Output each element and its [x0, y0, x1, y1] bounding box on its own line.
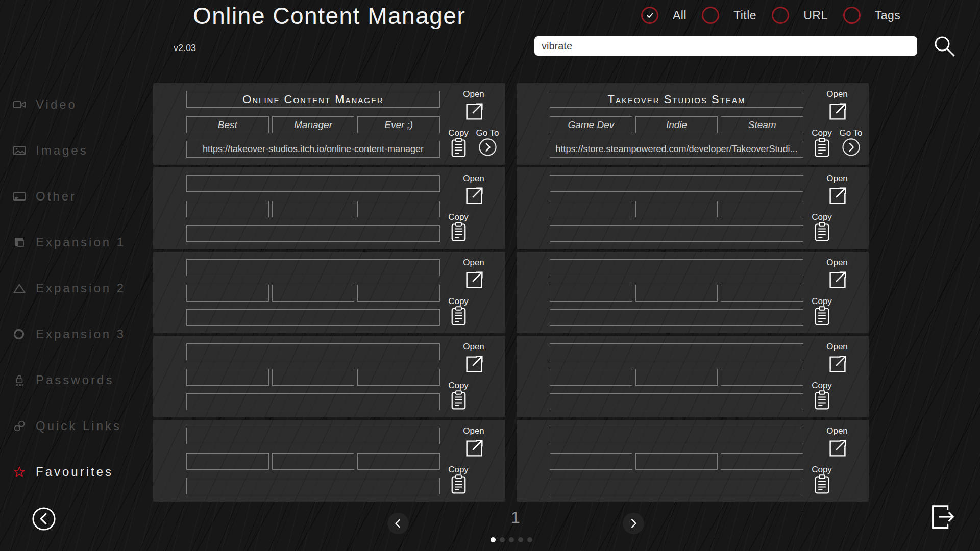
external-link-icon[interactable]	[462, 184, 486, 208]
page-dot[interactable]	[509, 537, 514, 542]
clipboard-icon[interactable]	[451, 474, 467, 495]
search-input[interactable]	[534, 36, 917, 56]
card-tag-field[interactable]	[272, 201, 355, 217]
radio-icon[interactable]	[641, 7, 658, 24]
filter-option-url[interactable]: URL	[772, 7, 828, 24]
card-tag-field[interactable]	[550, 285, 632, 302]
external-link-icon[interactable]	[462, 353, 486, 376]
search-icon[interactable]	[932, 34, 957, 58]
sidebar-item-passwords[interactable]: Passwords	[12, 371, 126, 389]
card-tag-field[interactable]	[721, 369, 803, 386]
card-tag-field[interactable]	[635, 285, 718, 302]
card-tag-field[interactable]	[357, 369, 440, 386]
radio-icon[interactable]	[843, 7, 861, 24]
filter-option-all[interactable]: All	[641, 7, 687, 24]
card-tag-field[interactable]	[550, 453, 632, 470]
card-title-field[interactable]	[550, 343, 803, 360]
card-tag-field[interactable]	[635, 453, 718, 470]
clipboard-icon[interactable]	[814, 390, 830, 411]
card-url-field[interactable]	[186, 225, 440, 242]
card-title-field[interactable]	[186, 259, 440, 276]
card-tag-field[interactable]: Game Dev	[550, 116, 632, 133]
back-button[interactable]	[32, 507, 56, 531]
clipboard-icon[interactable]	[814, 221, 830, 242]
card-title-field[interactable]: Online Content Manager	[186, 91, 440, 108]
card-url-field[interactable]	[550, 478, 803, 494]
card-url-field[interactable]	[186, 309, 440, 326]
chevron-circle-icon[interactable]	[478, 138, 497, 157]
sidebar-item-other[interactable]: Other	[12, 188, 126, 205]
external-link-icon[interactable]	[462, 268, 486, 292]
card-title-field[interactable]	[550, 175, 803, 192]
exit-icon[interactable]	[927, 502, 959, 532]
external-link-icon[interactable]	[826, 437, 849, 460]
card-title-field[interactable]: Takeover Studios Steam	[550, 91, 803, 108]
clipboard-icon[interactable]	[451, 306, 467, 327]
card-tag-field[interactable]: Steam	[721, 116, 803, 133]
card-tag-field[interactable]	[550, 201, 632, 217]
card-url-field[interactable]: https://takeover-studios.itch.io/online-…	[186, 141, 440, 158]
external-link-icon[interactable]	[462, 437, 486, 460]
clipboard-icon[interactable]	[814, 306, 830, 327]
sidebar-item-expansion-1[interactable]: Expansion 1	[12, 234, 126, 251]
card-url-field[interactable]	[550, 225, 803, 242]
clipboard-icon[interactable]	[451, 221, 467, 242]
card-title-field[interactable]	[550, 259, 803, 276]
card-tag-field[interactable]	[357, 453, 440, 470]
next-page-button[interactable]	[623, 513, 644, 534]
page-dot[interactable]	[500, 537, 505, 542]
card-tag-field[interactable]	[550, 369, 632, 386]
card-tag-field[interactable]: Ever ;)	[357, 116, 440, 133]
page-dot[interactable]	[491, 537, 496, 542]
sidebar-item-video[interactable]: Video	[12, 96, 126, 113]
card-tag-field[interactable]	[272, 453, 355, 470]
chevron-circle-icon[interactable]	[842, 138, 861, 157]
external-link-icon[interactable]	[826, 100, 849, 123]
sidebar-item-quick-links[interactable]: Quick Links	[12, 417, 126, 435]
external-link-icon[interactable]	[462, 100, 486, 123]
card-tag-field[interactable]: Manager	[272, 116, 355, 133]
card-tag-field[interactable]	[721, 201, 803, 217]
radio-icon[interactable]	[702, 7, 719, 24]
card-url-field[interactable]	[550, 393, 803, 410]
card-tag-field[interactable]	[357, 285, 440, 302]
card-tag-field[interactable]	[357, 201, 440, 217]
card-title-field[interactable]	[186, 428, 440, 444]
card-url-field[interactable]: https://store.steampowered.com/developer…	[550, 141, 803, 158]
sidebar-item-images[interactable]: Images	[12, 142, 126, 159]
clipboard-icon[interactable]	[451, 390, 467, 411]
radio-icon[interactable]	[772, 7, 789, 24]
card-url-field[interactable]	[186, 478, 440, 494]
card-tag-field[interactable]	[272, 369, 355, 386]
previous-page-button[interactable]	[387, 513, 409, 534]
card-tag-field[interactable]	[272, 285, 355, 302]
card-tag-field[interactable]: Best	[186, 116, 269, 133]
card-title-field[interactable]	[550, 428, 803, 444]
filter-option-title[interactable]: Title	[702, 7, 756, 24]
clipboard-icon[interactable]	[814, 137, 830, 158]
card-tag-field[interactable]	[186, 201, 269, 217]
card-tag-field[interactable]	[186, 453, 269, 470]
external-link-icon[interactable]	[826, 184, 849, 208]
card-tag-field[interactable]	[186, 285, 269, 302]
card-tag-field[interactable]: Indie	[635, 116, 718, 133]
clipboard-icon[interactable]	[451, 137, 467, 158]
card-url-field[interactable]	[550, 309, 803, 326]
sidebar-item-expansion-3[interactable]: Expansion 3	[12, 325, 126, 343]
external-link-icon[interactable]	[826, 353, 849, 376]
external-link-icon[interactable]	[826, 268, 849, 292]
card-tag-field[interactable]	[635, 369, 718, 386]
clipboard-icon[interactable]	[814, 474, 830, 495]
card-tag-field[interactable]	[721, 453, 803, 470]
page-dot[interactable]	[527, 537, 532, 542]
sidebar-item-favourites[interactable]: Favourites	[12, 463, 126, 481]
page-dot[interactable]	[518, 537, 523, 542]
card-url-field[interactable]	[186, 393, 440, 410]
card-tag-field[interactable]	[186, 369, 269, 386]
filter-option-tags[interactable]: Tags	[843, 7, 901, 24]
card-title-field[interactable]	[186, 175, 440, 192]
card-tag-field[interactable]	[635, 201, 718, 217]
sidebar-item-expansion-2[interactable]: Expansion 2	[12, 280, 126, 297]
card-tag-field[interactable]	[721, 285, 803, 302]
card-title-field[interactable]	[186, 343, 440, 360]
